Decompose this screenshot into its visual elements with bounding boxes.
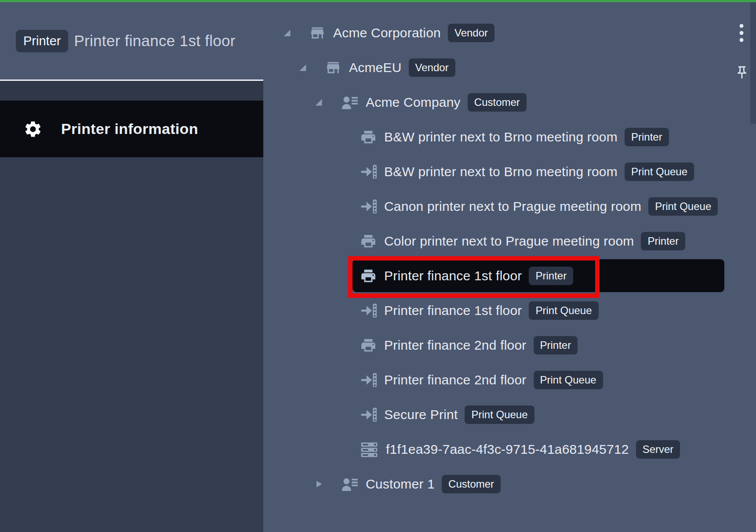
printer-icon: [360, 268, 377, 284]
gear-icon: [23, 119, 43, 139]
type-badge: Server: [636, 440, 680, 459]
tree-row[interactable]: Acme CompanyCustomer: [263, 85, 756, 119]
print-queue-icon: [360, 302, 377, 319]
section-header-strip: [0, 81, 263, 101]
tree-row-label: Printer finance 1st floor: [384, 303, 522, 318]
tree-row[interactable]: Secure PrintPrint Queue: [263, 397, 756, 432]
pin-icon: [734, 65, 749, 80]
scrollbar-thumb[interactable]: [750, 2, 756, 124]
tree-row-label: Canon printer next to Prague meeting roo…: [384, 199, 641, 214]
type-badge: Printer: [534, 336, 578, 355]
tree-row-label: Color printer next to Prague meeting roo…: [384, 234, 634, 249]
tree-row[interactable]: Color printer next to Prague meeting roo…: [263, 224, 756, 258]
type-badge: Print Queue: [625, 163, 694, 181]
tree-row-label: Customer 1: [366, 477, 435, 492]
detail-panel: Printer Printer finance 1st floor Printe…: [0, 2, 263, 532]
more-options-button[interactable]: [735, 21, 748, 45]
type-badge: Customer: [468, 93, 527, 112]
section-header[interactable]: Printer information: [0, 101, 263, 157]
tree-row-label: B&W printer next to Brno meeting room: [384, 164, 618, 179]
detail-body-empty: [0, 157, 263, 532]
store-icon: [325, 59, 342, 76]
type-badge: Vendor: [409, 58, 455, 77]
caret-collapsed-icon[interactable]: [314, 480, 323, 489]
pin-panel-button[interactable]: [733, 63, 751, 82]
type-badge: Print Queue: [465, 405, 534, 424]
printer-management-app: Printer Printer finance 1st floor Printe…: [0, 0, 756, 532]
server-icon: [360, 440, 378, 459]
tree-row-label: Acme Company: [366, 95, 461, 110]
type-badge: Print Queue: [534, 371, 603, 389]
tree-row[interactable]: Printer finance 2nd floorPrint Queue: [263, 362, 756, 397]
type-badge: Printer: [625, 128, 669, 146]
tree-row-label: f1f1ea39-7aac-4f3c-9715-41a681945712: [386, 442, 629, 457]
print-queue-icon: [360, 198, 377, 215]
type-badge: Printer: [529, 267, 573, 285]
org-tree-panel: Acme CorporationVendorAcmeEUVendorAcme C…: [263, 2, 756, 532]
store-icon: [309, 25, 326, 41]
caret-expanded-icon[interactable]: [314, 98, 323, 107]
tree-row-label: B&W printer next to Brno meeting room: [384, 130, 618, 145]
section-title: Printer information: [61, 120, 198, 138]
tree-row-label: AcmeEU: [349, 60, 402, 75]
tree-row[interactable]: Printer finance 1st floorPrint Queue: [263, 293, 756, 328]
print-queue-icon: [360, 163, 377, 180]
print-queue-icon: [360, 406, 377, 423]
tree-row[interactable]: Acme CorporationVendor: [263, 15, 756, 50]
tree-row[interactable]: Canon printer next to Prague meeting roo…: [263, 189, 756, 224]
kebab-icon: [739, 24, 744, 42]
tree-row[interactable]: AcmeEUVendor: [263, 50, 756, 85]
org-tree: Acme CorporationVendorAcmeEUVendorAcme C…: [263, 15, 756, 501]
tree-row-label: Acme Corporation: [333, 25, 441, 40]
customer-icon: [341, 475, 358, 493]
type-badge: Printer: [641, 232, 685, 250]
detail-header: Printer Printer finance 1st floor: [0, 2, 263, 80]
tree-row[interactable]: Customer 1Customer: [263, 467, 756, 501]
print-queue-icon: [360, 372, 377, 388]
caret-expanded-icon[interactable]: [298, 63, 307, 72]
tree-row[interactable]: f1f1ea39-7aac-4f3c-9715-41a681945712Serv…: [263, 432, 756, 467]
tree-row[interactable]: Printer finance 1st floorPrinter: [263, 258, 756, 293]
type-badge: Vendor: [448, 24, 494, 42]
customer-icon: [341, 94, 358, 111]
tree-row[interactable]: Printer finance 2nd floorPrinter: [263, 328, 756, 362]
tree-row-label: Printer finance 2nd floor: [384, 338, 527, 353]
printer-icon: [360, 129, 377, 145]
type-badge: Print Queue: [529, 301, 598, 320]
tree-row-label: Printer finance 1st floor: [384, 268, 522, 283]
printer-icon: [360, 233, 377, 250]
page-title: Printer finance 1st floor: [74, 32, 235, 50]
caret-expanded-icon[interactable]: [283, 29, 291, 37]
tree-row-label: Printer finance 2nd floor: [384, 373, 527, 387]
type-badge: Print Queue: [648, 197, 718, 216]
tree-row[interactable]: B&W printer next to Brno meeting roomPri…: [263, 154, 756, 189]
tree-row[interactable]: B&W printer next to Brno meeting roomPri…: [263, 119, 756, 154]
printer-icon: [360, 337, 377, 354]
tree-row-label: Secure Print: [384, 407, 458, 422]
entity-type-badge: Printer: [16, 30, 68, 52]
type-badge: Customer: [442, 475, 501, 493]
